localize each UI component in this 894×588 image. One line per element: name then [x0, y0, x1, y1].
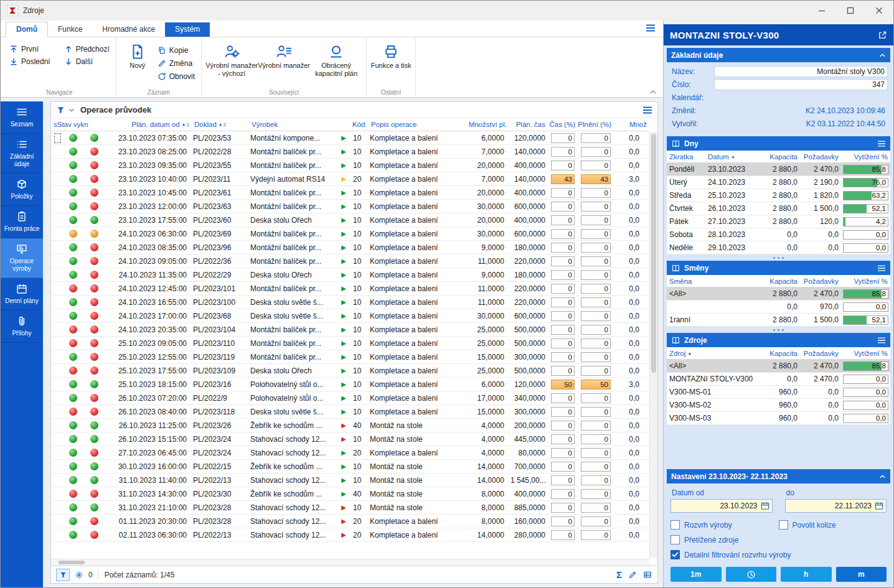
open-external-icon[interactable]	[878, 30, 887, 40]
time-pct-box[interactable]: 0	[551, 325, 575, 335]
time-pct-box[interactable]: 0	[551, 393, 575, 403]
fulfillment-pct-box[interactable]: 0	[581, 366, 611, 376]
checkbox-box[interactable]	[670, 550, 680, 559]
time-pct-box[interactable]: 50	[551, 380, 575, 390]
filter-chevron-icon[interactable]	[68, 108, 75, 113]
operation-row[interactable]: 24.10.2023 12:45:00PL/2023/101Montážní b…	[51, 282, 649, 296]
column-header-zkratka[interactable]: Zkratka	[667, 153, 705, 161]
sidebar-item-zakladni-udaje[interactable]: Základní údaje	[1, 134, 43, 174]
production-manager-button[interactable]: Výrobní manažer	[258, 40, 310, 70]
operation-row[interactable]: 23.10.2023 10:45:00PL/2023/61Montážní ba…	[51, 186, 649, 200]
sidebar-item-denni-plany[interactable]: Denní plány	[1, 278, 43, 310]
new-button[interactable]: Nový	[120, 40, 155, 70]
resource-row[interactable]: V300-MS-01960,00,00,0	[667, 386, 890, 399]
filter-icon[interactable]	[56, 106, 65, 114]
time-pct-box[interactable]: 0	[551, 243, 575, 253]
section-header-dny[interactable]: Dny	[667, 136, 890, 151]
maximize-button[interactable]	[836, 1, 865, 21]
fulfillment-pct-box[interactable]: 43	[581, 174, 611, 184]
time-pct-box[interactable]: 0	[551, 489, 575, 499]
column-header-vyt-en[interactable]: Vytížení %	[841, 278, 890, 285]
time-pct-box[interactable]: 0	[551, 407, 575, 417]
time-pct-box[interactable]: 0	[551, 215, 575, 225]
vscroll-thumb[interactable]	[651, 134, 656, 373]
day-row[interactable]: Čtvrtek26.10.20232 880,01 500,052,1	[667, 202, 890, 215]
column-header-sm-na[interactable]: Směna	[667, 278, 759, 285]
panel-menu-icon[interactable]	[642, 106, 652, 114]
date-from-input[interactable]: 23.10.2023	[670, 499, 773, 513]
day-row[interactable]: Neděle29.10.20230,00,00,0	[667, 241, 890, 254]
column-header-vyrobek[interactable]: Výrobek	[249, 118, 337, 131]
fulfillment-pct-box[interactable]: 0	[581, 284, 611, 294]
fulfillment-pct-box[interactable]: 0	[581, 516, 611, 526]
time-pct-box[interactable]: 0	[551, 270, 575, 280]
tab-syst-m[interactable]: Systém	[165, 22, 210, 37]
column-header-popis[interactable]: Popis operace	[369, 118, 452, 131]
close-button[interactable]	[865, 1, 893, 21]
operation-row[interactable]: 25.10.2023 09:05:00PL/2023/110Montážní b…	[51, 337, 649, 350]
fulfillment-pct-box[interactable]: 0	[581, 338, 611, 348]
fulfillment-pct-box[interactable]: 0	[581, 325, 611, 335]
functions-print-button[interactable]: Funkce a tisk	[370, 40, 412, 70]
fulfillment-pct-box[interactable]: 0	[581, 161, 611, 170]
checkbox-box[interactable]	[670, 520, 680, 530]
resource-row[interactable]: MONTAZNI STOLY-V3000,02 470,00,0	[667, 373, 890, 386]
operation-row[interactable]: 25.10.2023 12:55:00PL/2023/119Montážní b…	[51, 350, 649, 364]
sidebar-item-seznam[interactable]: Seznam	[1, 101, 43, 134]
fulfillment-pct-box[interactable]: 0	[581, 215, 611, 225]
shift-row[interactable]: 1ranní2 880,01 500,052,1	[667, 314, 890, 327]
previous-button[interactable]: Předchozí	[62, 44, 112, 55]
checkbox-povolit-kolize[interactable]: Povolit kolize	[779, 520, 887, 530]
last-button[interactable]: Poslední	[7, 56, 53, 67]
time-pct-box[interactable]: 0	[551, 530, 575, 540]
filter-toggle-button[interactable]	[56, 569, 70, 581]
column-header-stav[interactable]: sStav vykn	[51, 118, 105, 131]
fulfillment-pct-box[interactable]: 0	[581, 393, 611, 403]
calendar-icon[interactable]	[875, 502, 883, 510]
column-header-kod[interactable]: Kód	[350, 118, 369, 131]
column-header-typ[interactable]	[337, 118, 350, 131]
tab-dom[interactable]: Domů	[6, 22, 48, 37]
column-header-doklad[interactable]: Doklad▲2	[192, 118, 249, 131]
column-header-zdroj[interactable]: Zdroj▲	[667, 350, 759, 357]
checkbox-p-et-en-zdroje[interactable]: Přetížené zdroje	[670, 535, 887, 544]
operation-row[interactable]: 02.11.2023 06:30:00PL/2022/13Stahovací s…	[51, 528, 649, 542]
time-pct-box[interactable]: 0	[551, 311, 575, 321]
section-header-zdroje[interactable]: Zdroje	[667, 333, 890, 347]
checkbox-detailn-filtrov-n-rozvrhu-v-roby[interactable]: Detailní filtrování rozvrhu výroby	[670, 550, 887, 559]
day-row[interactable]: Středa25.10.20232 880,01 820,063,2	[667, 189, 890, 202]
time-pct-box[interactable]: 0	[551, 297, 575, 307]
time-pct-box[interactable]: 0	[551, 366, 575, 376]
column-header-kapacita[interactable]: Kapacita	[759, 153, 800, 161]
time-pct-box[interactable]: 0	[551, 229, 575, 239]
checkbox-box[interactable]	[779, 520, 788, 530]
fulfillment-pct-box[interactable]: 0	[581, 147, 611, 157]
time-pct-box[interactable]: 0	[551, 147, 575, 157]
column-header-po-adavky[interactable]: Požadavky	[800, 278, 841, 285]
fulfillment-pct-box[interactable]: 0	[581, 188, 611, 198]
fulfillment-pct-box[interactable]: 0	[581, 297, 611, 307]
time-pct-box[interactable]: 0	[551, 133, 575, 143]
day-row[interactable]: Pondělí23.10.20232 880,02 470,085,8	[667, 163, 890, 176]
resource-row[interactable]: V300-MS-02960,00,00,0	[667, 399, 890, 412]
first-button[interactable]: První	[7, 44, 53, 55]
operation-row[interactable]: 01.11.2023 20:30:00PL/2023/28Stahovací s…	[51, 515, 649, 528]
time-pct-box[interactable]: 0	[551, 434, 575, 444]
column-header-vyt-en[interactable]: Vytížení %	[841, 153, 890, 161]
fulfillment-pct-box[interactable]: 0	[581, 243, 611, 253]
operation-row[interactable]: 23.10.2023 09:35:00PL/2023/55Montážní ba…	[51, 159, 649, 172]
operation-row[interactable]: 27.10.2023 06:45:00PL/2023/24Stahovací s…	[51, 446, 649, 460]
fulfillment-pct-box[interactable]: 0	[581, 133, 611, 143]
time-pct-box[interactable]: 0	[551, 475, 575, 485]
operation-row[interactable]: 30.10.2023 16:00:00PL/2022/15Žebřík ke s…	[51, 460, 649, 474]
operation-row[interactable]: 26.10.2023 08:40:00PL/2023/118Deska stol…	[51, 405, 649, 419]
date-to-input[interactable]: 22.11.2023	[785, 499, 887, 513]
operation-row[interactable]: 24.10.2023 16:55:00PL/2023/100Deska stol…	[51, 296, 649, 309]
interval-clock-button[interactable]	[726, 567, 777, 582]
fulfillment-pct-box[interactable]: 0	[581, 530, 611, 540]
operation-row[interactable]: 23.10.2023 17:55:00PL/2023/60Deska stolu…	[51, 213, 649, 227]
time-pct-box[interactable]: 0	[551, 202, 575, 212]
time-pct-box[interactable]: 0	[551, 421, 575, 431]
sum-icon[interactable]: Σ	[616, 569, 622, 580]
time-pct-box[interactable]: 0	[551, 161, 575, 170]
